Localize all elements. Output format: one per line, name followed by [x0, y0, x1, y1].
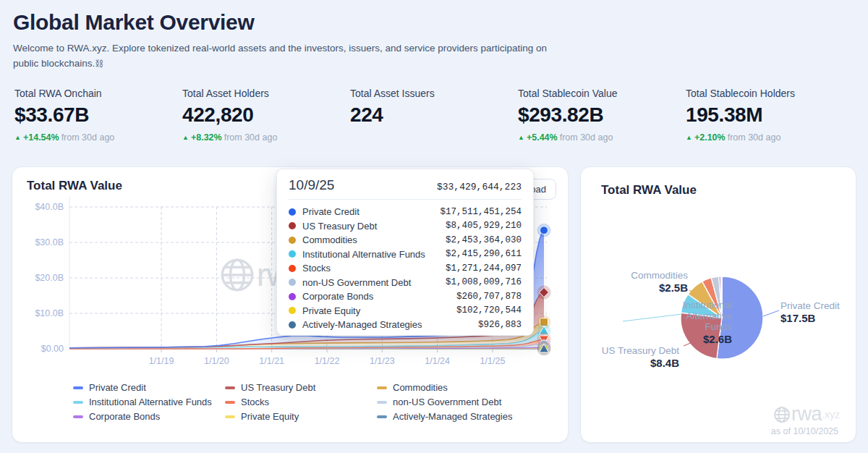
tooltip-row: Commodities$2,453,364,030	[289, 233, 522, 247]
stat-value: $33.67B	[14, 103, 182, 127]
tooltip-row: Corporate Bonds$260,707,878	[289, 289, 522, 304]
series-dot-icon	[289, 222, 296, 229]
legend-swatch-icon	[73, 386, 83, 389]
stat-label: Total Stablecoin Value	[518, 88, 686, 99]
total-rwa-value-chart-card: Total RWA Value Download rwa.xyz $40.0B$…	[12, 166, 569, 443]
tooltip-row: Actively-Managed Strategies$926,883	[289, 318, 522, 332]
stat-label: Total Asset Holders	[182, 88, 350, 99]
stat-delta: ▲+14.54%from 30d ago	[14, 132, 182, 143]
svg-text:1/1/24: 1/1/24	[425, 356, 450, 366]
tooltip-total: $33,429,644,223	[437, 182, 522, 192]
svg-text:1/1/23: 1/1/23	[370, 356, 395, 366]
svg-text:$20.0B: $20.0B	[35, 273, 64, 283]
legend-swatch-icon	[377, 401, 387, 404]
pie-leader-line	[763, 310, 779, 316]
pie-card-title: Total RWA Value	[601, 183, 697, 198]
svg-text:1/1/19: 1/1/19	[149, 356, 174, 366]
legend-item[interactable]: Private Credit	[73, 382, 225, 393]
pie-label: Commodities$2.5B	[631, 270, 688, 295]
stat-total-rwa-onchain: Total RWA Onchain $33.67B ▲+14.54%from 3…	[14, 88, 182, 143]
svg-text:1/1/22: 1/1/22	[315, 356, 340, 366]
series-dot-icon	[289, 250, 296, 258]
pie-leader-line	[623, 314, 682, 321]
series-dot-icon	[289, 279, 296, 286]
page-header: Global Market Overview Welcome to RWA.xy…	[0, 0, 868, 72]
legend-item[interactable]: Stocks	[225, 397, 377, 407]
total-rwa-value-pie-card: Total RWA Value Commodities$2.5BInstitut…	[580, 166, 856, 443]
legend-item[interactable]: Actively-Managed Strategies	[377, 411, 540, 422]
legend-swatch-icon	[225, 386, 235, 389]
stat-total-asset-issuers: Total Asset Issuers 224	[350, 88, 518, 143]
series-dot-icon	[289, 208, 296, 216]
tooltip-row: Institutional Alternative Funds$2,415,29…	[289, 247, 522, 262]
series-dot-icon	[289, 321, 296, 329]
tooltip-row: US Treasury Debt$8,405,929,210	[289, 219, 522, 234]
series-dot-icon	[289, 265, 296, 272]
series-dot-icon	[289, 293, 296, 300]
stat-delta: ▲+2.10%from 30d ago	[686, 132, 854, 143]
stats-row: Total RWA Onchain $33.67B ▲+14.54%from 3…	[0, 88, 868, 143]
svg-text:$30.0B: $30.0B	[35, 237, 64, 247]
series-dot-icon	[289, 307, 296, 314]
legend-item[interactable]: non-US Government Debt	[377, 397, 540, 407]
legend-swatch-icon	[225, 401, 235, 404]
stat-label: Total Stablecoin Holders	[686, 88, 854, 99]
tooltip-row: Private Credit$17,511,451,254	[289, 205, 522, 219]
svg-text:1/1/21: 1/1/21	[259, 356, 284, 366]
chains-icon: ⛓	[95, 59, 103, 69]
svg-text:1/1/20: 1/1/20	[204, 356, 229, 366]
svg-text:$10.0B: $10.0B	[35, 308, 64, 318]
up-triangle-icon: ▲	[686, 134, 692, 141]
legend-item[interactable]: Corporate Bonds	[73, 411, 225, 422]
stat-delta: ▲+5.44%from 30d ago	[518, 132, 686, 143]
svg-text:$40.0B: $40.0B	[35, 202, 64, 212]
tooltip-row: Stocks$1,271,244,097	[289, 261, 522, 276]
global-market-overview-page: Global Market Overview Welcome to RWA.xy…	[0, 0, 868, 453]
up-triangle-icon: ▲	[14, 134, 21, 141]
stat-total-stablecoin-holders: Total Stablecoin Holders 195.38M ▲+2.10%…	[686, 88, 854, 143]
legend-item[interactable]: Commodities	[377, 382, 540, 393]
legend-swatch-icon	[377, 386, 387, 389]
legend-swatch-icon	[377, 415, 387, 418]
tooltip-date: 10/9/25	[289, 177, 334, 193]
legend-item[interactable]: Private Equity	[225, 411, 377, 422]
stat-delta: ▲+8.32%from 30d ago	[182, 132, 350, 143]
stat-value: 224	[350, 103, 518, 127]
pie-label: Private Credit$17.5B	[780, 300, 840, 325]
stat-value: 195.38M	[686, 103, 854, 127]
stat-label: Total RWA Onchain	[14, 88, 182, 99]
page-subtitle: Welcome to RWA.xyz. Explore tokenized re…	[13, 41, 548, 72]
tooltip-row: Private Equity$102,720,544	[289, 304, 522, 318]
globe-icon	[218, 255, 257, 295]
svg-text:$0.00: $0.00	[41, 344, 64, 354]
page-title: Global Market Overview	[13, 10, 854, 35]
series-dot-icon	[289, 237, 296, 244]
svg-text:1/1/25: 1/1/25	[480, 356, 506, 366]
legend-swatch-icon	[225, 415, 235, 418]
stat-value: $293.82B	[518, 103, 686, 127]
chart-legend: Private CreditUS Treasury DebtCommoditie…	[73, 382, 540, 422]
stat-total-asset-holders: Total Asset Holders 422,820 ▲+8.32%from …	[182, 88, 350, 143]
stat-label: Total Asset Issuers	[350, 88, 518, 99]
legend-item[interactable]: US Treasury Debt	[225, 382, 377, 393]
stat-value: 422,820	[182, 103, 350, 127]
globe-icon	[773, 405, 791, 424]
up-triangle-icon: ▲	[182, 134, 189, 141]
pie-label: US Treasury Debt$8.4B	[602, 345, 679, 370]
as-of-date: as of 10/10/2025	[771, 426, 838, 436]
chart-tooltip: 10/9/25 $33,429,644,223 Private Credit$1…	[276, 169, 534, 336]
legend-swatch-icon	[73, 401, 83, 404]
stat-total-stablecoin-value: Total Stablecoin Value $293.82B ▲+5.44%f…	[518, 88, 686, 143]
chart-card-title: Total RWA Value	[27, 179, 122, 193]
up-triangle-icon: ▲	[518, 134, 524, 141]
tooltip-row: non-US Government Debt$1,008,009,716	[289, 276, 522, 290]
legend-swatch-icon	[73, 415, 83, 418]
legend-item[interactable]: Institutional Alternative Funds	[73, 397, 225, 407]
pie-watermark: rwa.xyz	[773, 403, 840, 426]
pie-label: InstitutionalAlternativeFunds$2.6B	[683, 300, 732, 346]
